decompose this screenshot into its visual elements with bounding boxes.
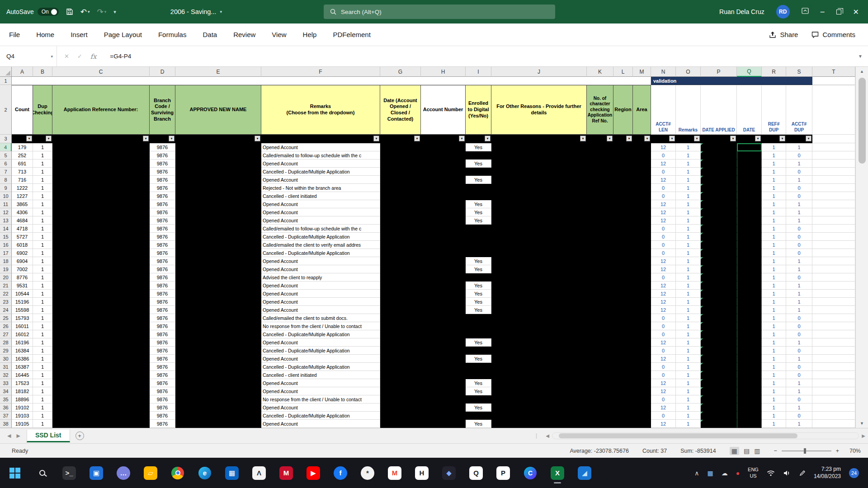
cell-K23[interactable]	[587, 298, 613, 306]
cell-L23[interactable]	[613, 298, 633, 306]
cell-S22[interactable]: 1	[786, 290, 812, 298]
filter-button-P[interactable]: ▾	[730, 136, 736, 141]
cell-M31[interactable]	[633, 363, 651, 371]
cell-J10[interactable]	[491, 192, 587, 200]
cell-T33[interactable]	[812, 379, 855, 387]
cell-Q32[interactable]	[737, 371, 762, 379]
cell-C31[interactable]	[52, 363, 150, 371]
row-header-12[interactable]: 12	[0, 208, 12, 216]
cell-T21[interactable]	[812, 282, 855, 290]
row-header-29[interactable]: 29	[0, 347, 12, 355]
cell-I12[interactable]: Yes	[466, 208, 491, 216]
cell-R37[interactable]: 1	[762, 412, 786, 420]
cell-D29[interactable]: 9876	[150, 347, 175, 355]
cell-Q13[interactable]	[737, 216, 762, 225]
cell-D22[interactable]: 9876	[150, 290, 175, 298]
cell-A6[interactable]: 691	[12, 160, 33, 168]
cell-I33[interactable]: Yes	[466, 379, 491, 387]
cell-D16[interactable]: 9876	[150, 241, 175, 249]
cell-L28[interactable]	[613, 338, 633, 347]
confirm-entry-icon[interactable]: ✓	[77, 53, 82, 60]
zoom-slider[interactable]	[782, 450, 831, 451]
cell-O20[interactable]: 1	[676, 273, 701, 282]
cell-A26[interactable]: 16011	[12, 322, 33, 330]
cell-D15[interactable]: 9876	[150, 233, 175, 241]
cell-S24[interactable]: 1	[786, 306, 812, 314]
cell-N26[interactable]: 0	[651, 322, 676, 330]
cell-P19[interactable]	[701, 265, 737, 273]
cell-E36[interactable]	[175, 404, 261, 412]
cell-K4[interactable]	[587, 143, 613, 151]
row-header-30[interactable]: 30	[0, 355, 12, 363]
cell-G31[interactable]	[380, 363, 421, 371]
cell-N7[interactable]: 0	[651, 168, 676, 176]
cell-H16[interactable]	[421, 241, 466, 249]
name-box[interactable]: Q4 ▾	[0, 46, 57, 66]
cell-T37[interactable]	[812, 412, 855, 420]
cell-S4[interactable]: 1	[786, 143, 812, 151]
cell-F32[interactable]: Cancelled - client initiated	[261, 371, 380, 379]
cell-O31[interactable]: 1	[676, 363, 701, 371]
cell-A27[interactable]: 16012	[12, 330, 33, 338]
cell-C18[interactable]	[52, 257, 150, 265]
cell-O30[interactable]: 1	[676, 355, 701, 363]
cell-I30[interactable]: Yes	[466, 355, 491, 363]
cell-L20[interactable]	[613, 273, 633, 282]
cell-T26[interactable]	[812, 322, 855, 330]
page-layout-view-icon[interactable]: ▤	[744, 447, 750, 455]
cell-B23[interactable]: 1	[33, 298, 52, 306]
column-header-E[interactable]: E	[175, 67, 261, 77]
cell-G21[interactable]	[380, 282, 421, 290]
cell-Q36[interactable]	[737, 404, 762, 412]
horizontal-scrollbar[interactable]: ◀ ▶	[543, 428, 868, 443]
cell-M13[interactable]	[633, 216, 651, 225]
tab-review[interactable]: Review	[233, 31, 255, 38]
cell-M15[interactable]	[633, 233, 651, 241]
cell-M21[interactable]	[633, 282, 651, 290]
row-header-23[interactable]: 23	[0, 298, 12, 306]
cell-H15[interactable]	[421, 233, 466, 241]
autosave-toggle[interactable]: AutoSave On	[6, 8, 59, 16]
cell-D31[interactable]: 9876	[150, 363, 175, 371]
document-title[interactable]: 2006 - Saving...▾	[170, 8, 222, 15]
cell-N4[interactable]: 12	[651, 143, 676, 151]
cell-A4[interactable]: 179	[12, 143, 33, 151]
cell-T5[interactable]	[812, 151, 855, 160]
cell-J16[interactable]	[491, 241, 587, 249]
cell-S26[interactable]: 0	[786, 322, 812, 330]
cell-I7[interactable]	[466, 168, 491, 176]
filter-button-F[interactable]: ▾	[373, 136, 379, 141]
cell-M16[interactable]	[633, 241, 651, 249]
cell-N13[interactable]: 12	[651, 216, 676, 225]
cell-T28[interactable]	[812, 338, 855, 347]
cell-B12[interactable]: 1	[33, 208, 52, 216]
cell-J38[interactable]	[491, 420, 587, 428]
p-app-icon[interactable]: P	[496, 466, 510, 480]
cell-O11[interactable]: 1	[676, 200, 701, 208]
cell-A34[interactable]: 18182	[12, 387, 33, 395]
cell-O13[interactable]: 1	[676, 216, 701, 225]
cell-Q9[interactable]	[737, 184, 762, 192]
cell-D35[interactable]: 9876	[150, 395, 175, 404]
cell-J25[interactable]	[491, 314, 587, 322]
facebook-icon[interactable]: f	[334, 466, 347, 480]
share-button[interactable]: Share	[769, 31, 798, 38]
cell-F6[interactable]: Opened Account	[261, 160, 380, 168]
cell-Q28[interactable]	[737, 338, 762, 347]
cell-Q6[interactable]	[737, 160, 762, 168]
cell-R23[interactable]: 1	[762, 298, 786, 306]
cell-T4[interactable]	[812, 143, 855, 151]
header-cell-P[interactable]: DATE APPLIED	[701, 85, 737, 135]
cell-Q33[interactable]	[737, 379, 762, 387]
cell-H7[interactable]	[421, 168, 466, 176]
cell-T15[interactable]	[812, 233, 855, 241]
cell-C14[interactable]	[52, 225, 150, 233]
cell-Q12[interactable]	[737, 208, 762, 216]
cell-C21[interactable]	[52, 282, 150, 290]
cell-I29[interactable]	[466, 347, 491, 355]
cell-M29[interactable]	[633, 347, 651, 355]
cell-R18[interactable]: 1	[762, 257, 786, 265]
cell-R24[interactable]: 1	[762, 306, 786, 314]
cell-O19[interactable]: 1	[676, 265, 701, 273]
cell-M14[interactable]	[633, 225, 651, 233]
